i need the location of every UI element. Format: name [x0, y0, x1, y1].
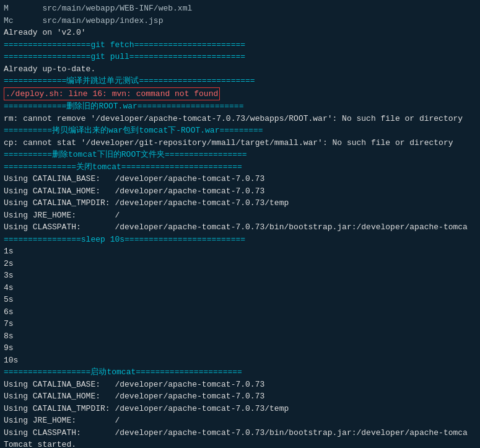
line-9: =============删除旧的ROOT.war===============…	[4, 100, 476, 113]
line-24: 4s	[4, 282, 476, 294]
line-10: rm: cannot remove '/developer/apache-tom…	[4, 113, 476, 125]
line-33: Using CATALINA_HOME: /developer/apache-t…	[4, 390, 476, 403]
line-6: Already up-to-date.	[4, 63, 476, 76]
line-20: ================sleep 10s===============…	[4, 234, 476, 246]
line-18: Using JRE_HOME: /	[4, 209, 476, 222]
line-13: ==========删除tomcat下旧的ROOT文件夹============…	[4, 149, 476, 161]
line-21: 1s	[4, 245, 476, 258]
line-1: M src/main/webapp/WEB-INF/web.xml	[4, 2, 476, 15]
line-5: ==================git pull==============…	[4, 51, 476, 63]
line-14: ===============关闭tomcat=================…	[4, 161, 476, 173]
line-15: Using CATALINA_BASE: /developer/apache-t…	[4, 173, 476, 185]
line-37: Tomcat started.	[4, 439, 476, 448]
line-4: ==================git fetch=============…	[4, 39, 476, 51]
line-17: Using CATALINA_TMPDIR: /developer/apache…	[4, 197, 476, 209]
line-26: 6s	[4, 306, 476, 318]
terminal-window: M src/main/webapp/WEB-INF/web.xml Mc src…	[0, 0, 480, 448]
line-35: Using JRE_HOME: /	[4, 415, 476, 427]
line-29: 9s	[4, 342, 476, 354]
line-36: Using CLASSPATH: /developer/apache-tomca…	[4, 427, 476, 439]
line-8-error: ./deploy.sh: line 16: mvn: command not f…	[4, 87, 476, 101]
line-3: Already on 'v2.0'	[4, 27, 476, 39]
line-30: 10s	[4, 354, 476, 367]
line-25: 5s	[4, 294, 476, 306]
line-31: ==================启动tomcat==============…	[4, 366, 476, 379]
line-27: 7s	[4, 318, 476, 330]
line-23: 3s	[4, 270, 476, 282]
line-22: 2s	[4, 258, 476, 270]
line-7: =============编译并跳过单元测试==================…	[4, 75, 476, 87]
line-2: Mc src/main/webapp/index.jsp	[4, 15, 476, 27]
error-message: ./deploy.sh: line 16: mvn: command not f…	[4, 87, 220, 101]
line-12: cp: cannot stat '/developer/git-reposito…	[4, 137, 476, 149]
line-19: Using CLASSPATH: /developer/apache-tomca…	[4, 221, 476, 234]
line-11: ==========拷贝编译出来的war包到tomcat下-ROOT.war==…	[4, 125, 476, 137]
line-32: Using CATALINA_BASE: /developer/apache-t…	[4, 379, 476, 391]
line-28: 8s	[4, 330, 476, 343]
line-34: Using CATALINA_TMPDIR: /developer/apache…	[4, 403, 476, 415]
line-16: Using CATALINA_HOME: /developer/apache-t…	[4, 185, 476, 198]
